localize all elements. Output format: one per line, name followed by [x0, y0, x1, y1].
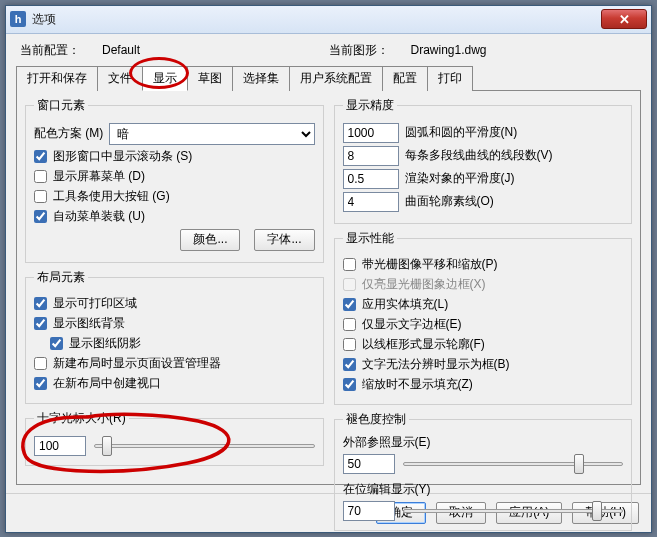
inplace-edit-input[interactable]	[343, 501, 395, 521]
current-config-label: 当前配置：	[20, 42, 80, 59]
legend-display-performance: 显示性能	[343, 230, 397, 247]
tab-open-save[interactable]: 打开和保存	[16, 66, 98, 91]
cb-scrollbars[interactable]: 图形窗口中显示滚动条 (S)	[34, 148, 315, 165]
cb-wireframe-silhouette[interactable]: 以线框形式显示轮廓(F)	[343, 336, 624, 353]
cb-text-res-frame-input[interactable]	[343, 358, 356, 371]
tab-files[interactable]: 文件	[97, 66, 143, 91]
slider-track	[94, 444, 315, 448]
colors-button[interactable]: 颜色...	[180, 229, 240, 251]
left-column: 窗口元素 配色方案 (M) 暗 图形窗口中显示滚动条 (S) 显示屏幕菜单 (D…	[25, 97, 324, 478]
window-title: 选项	[32, 11, 601, 28]
group-display-performance: 显示性能 带光栅图像平移和缩放(P) 仅亮显光栅图象边框(X) 应用实体填充(L…	[334, 230, 633, 405]
legend-window-elements: 窗口元素	[34, 97, 88, 114]
inplace-edit-label: 在位编辑显示(Y)	[343, 481, 624, 498]
group-layout-elements: 布局元素 显示可打印区域 显示图纸背景 显示图纸阴影 新建布局时显示页面设置管理…	[25, 269, 324, 404]
group-window-elements: 窗口元素 配色方案 (M) 暗 图形窗口中显示滚动条 (S) 显示屏幕菜单 (D…	[25, 97, 324, 263]
tabstrip: 打开和保存 文件 显示 草图 选择集 用户系统配置 配置 打印	[16, 65, 641, 91]
cb-wireframe-silhouette-input[interactable]	[343, 338, 356, 351]
color-scheme-select[interactable]: 暗	[109, 123, 314, 145]
cb-autoload-menu[interactable]: 自动菜单装载 (U)	[34, 208, 315, 225]
tab-display-label: 显示	[153, 71, 177, 85]
crosshair-size-slider[interactable]	[94, 435, 315, 457]
cb-create-vp-input[interactable]	[34, 377, 47, 390]
arc-smoothness-input[interactable]	[343, 123, 399, 143]
surface-contours-input[interactable]	[343, 192, 399, 212]
tab-plot[interactable]: 打印	[427, 66, 473, 91]
close-button[interactable]: ✕	[601, 9, 647, 29]
options-window: h 选项 ✕ 当前配置： Default 当前图形： Drawing1.dwg …	[5, 5, 652, 533]
current-config-value: Default	[102, 43, 140, 57]
tab-profiles[interactable]: 配置	[382, 66, 428, 91]
cb-no-fill-on-zoom-input[interactable]	[343, 378, 356, 391]
fonts-button[interactable]: 字体...	[254, 229, 314, 251]
cb-screen-menu-input[interactable]	[34, 170, 47, 183]
tab-selection[interactable]: 选择集	[232, 66, 290, 91]
cb-autoload-menu-input[interactable]	[34, 210, 47, 223]
inplace-edit-slider[interactable]	[403, 500, 624, 522]
xref-display-input[interactable]	[343, 454, 395, 474]
legend-layout-elements: 布局元素	[34, 269, 88, 286]
cb-show-paper-shadow[interactable]: 显示图纸阴影	[50, 335, 315, 352]
cb-text-res-frame[interactable]: 文字无法分辨时显示为框(B)	[343, 356, 624, 373]
xref-display-slider[interactable]	[403, 453, 624, 475]
cb-show-printable[interactable]: 显示可打印区域	[34, 295, 315, 312]
slider-thumb[interactable]	[574, 454, 584, 474]
cb-pan-zoom-raster[interactable]: 带光栅图像平移和缩放(P)	[343, 256, 624, 273]
cb-show-paper-bg-input[interactable]	[34, 317, 47, 330]
titlebar[interactable]: h 选项 ✕	[6, 6, 651, 34]
crosshair-size-input[interactable]	[34, 436, 86, 456]
app-icon: h	[10, 11, 26, 27]
cb-highlight-raster-frame-input	[343, 278, 356, 291]
cb-text-frame-only-input[interactable]	[343, 318, 356, 331]
slider-thumb[interactable]	[102, 436, 112, 456]
group-crosshair-size: 十字光标大小(R)	[25, 410, 324, 466]
polyline-segs-label: 每条多段线曲线的线段数(V)	[405, 147, 553, 164]
tab-panel-wrap: 窗口元素 配色方案 (M) 暗 图形窗口中显示滚动条 (S) 显示屏幕菜单 (D…	[16, 91, 641, 485]
cb-scrollbars-input[interactable]	[34, 150, 47, 163]
arc-smoothness-label: 圆弧和圆的平滑度(N)	[405, 124, 518, 141]
slider-track	[403, 462, 624, 466]
right-column: 显示精度 圆弧和圆的平滑度(N) 每条多段线曲线的线段数(V) 渲染对象的平滑度…	[334, 97, 633, 478]
slider-thumb[interactable]	[592, 501, 602, 521]
current-drawing-label: 当前图形：	[329, 42, 389, 59]
tab-user-prefs[interactable]: 用户系统配置	[289, 66, 383, 91]
cb-highlight-raster-frame: 仅亮显光栅图象边框(X)	[343, 276, 624, 293]
cb-large-buttons-input[interactable]	[34, 190, 47, 203]
color-scheme-label: 配色方案 (M)	[34, 125, 103, 142]
cb-large-buttons[interactable]: 工具条使用大按钮 (G)	[34, 188, 315, 205]
cb-show-paper-bg[interactable]: 显示图纸背景	[34, 315, 315, 332]
cb-create-vp[interactable]: 在新布局中创建视口	[34, 375, 315, 392]
cb-show-paper-shadow-input[interactable]	[50, 337, 63, 350]
group-fade-control: 褪色度控制 外部参照显示(E) 在位编辑显示(Y)	[334, 411, 633, 531]
cb-show-printable-input[interactable]	[34, 297, 47, 310]
cb-screen-menu[interactable]: 显示屏幕菜单 (D)	[34, 168, 315, 185]
config-row: 当前配置： Default 当前图形： Drawing1.dwg	[16, 40, 641, 63]
group-display-accuracy: 显示精度 圆弧和圆的平滑度(N) 每条多段线曲线的线段数(V) 渲染对象的平滑度…	[334, 97, 633, 224]
tab-display[interactable]: 显示	[142, 66, 188, 91]
tab-drafting[interactable]: 草图	[187, 66, 233, 91]
surface-contours-label: 曲面轮廓素线(O)	[405, 193, 494, 210]
current-drawing-value: Drawing1.dwg	[411, 43, 487, 57]
xref-display-label: 外部参照显示(E)	[343, 434, 624, 451]
polyline-segs-input[interactable]	[343, 146, 399, 166]
render-smoothness-label: 渲染对象的平滑度(J)	[405, 170, 515, 187]
cb-new-layout-psm-input[interactable]	[34, 357, 47, 370]
legend-fade-control: 褪色度控制	[343, 411, 409, 428]
cb-pan-zoom-raster-input[interactable]	[343, 258, 356, 271]
cb-apply-solid-fill[interactable]: 应用实体填充(L)	[343, 296, 624, 313]
legend-crosshair-size: 十字光标大小(R)	[34, 410, 129, 427]
slider-track	[403, 509, 624, 513]
cb-new-layout-psm[interactable]: 新建布局时显示页面设置管理器	[34, 355, 315, 372]
render-smoothness-input[interactable]	[343, 169, 399, 189]
cb-no-fill-on-zoom[interactable]: 缩放时不显示填充(Z)	[343, 376, 624, 393]
tab-panel-display: 窗口元素 配色方案 (M) 暗 图形窗口中显示滚动条 (S) 显示屏幕菜单 (D…	[16, 91, 641, 485]
legend-display-accuracy: 显示精度	[343, 97, 397, 114]
content-area: 当前配置： Default 当前图形： Drawing1.dwg 打开和保存 文…	[6, 34, 651, 493]
cb-text-frame-only[interactable]: 仅显示文字边框(E)	[343, 316, 624, 333]
cb-apply-solid-fill-input[interactable]	[343, 298, 356, 311]
